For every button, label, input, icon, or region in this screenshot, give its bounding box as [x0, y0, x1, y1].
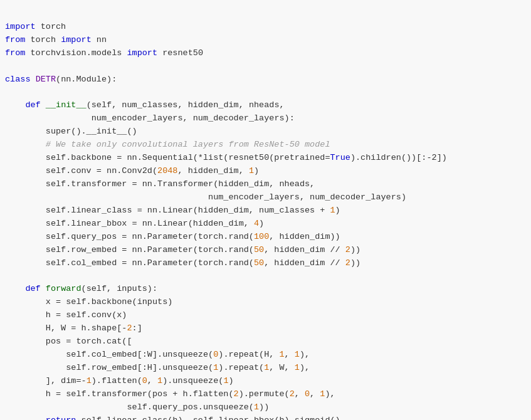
code-block: import torch from torch import nn from t… — [5, 8, 521, 420]
code-container: import torch from torch import nn from t… — [0, 0, 531, 420]
